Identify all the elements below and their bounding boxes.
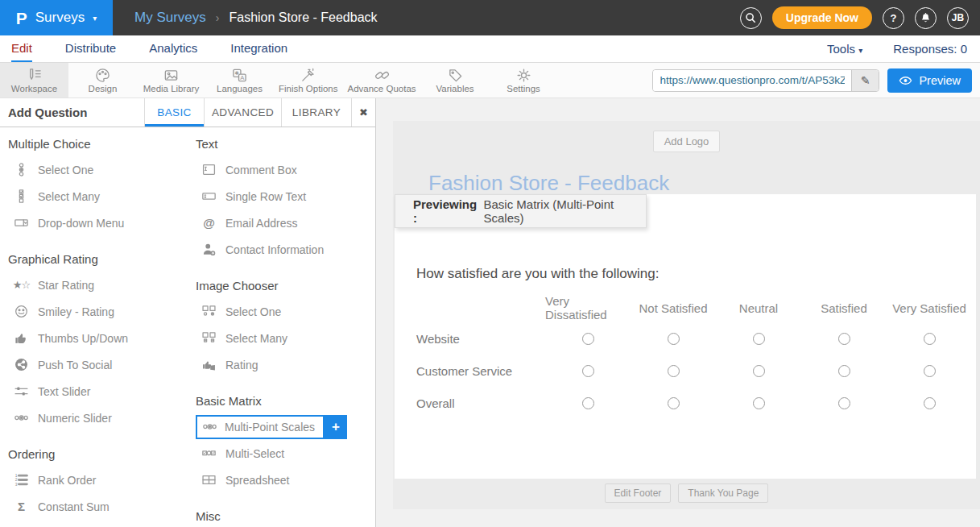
- add-question-type-button[interactable]: +: [325, 415, 347, 439]
- radio-button[interactable]: [668, 365, 680, 377]
- nav-tab-distribute[interactable]: Distribute: [65, 35, 116, 62]
- question-type-select-many[interactable]: Select Many: [196, 325, 375, 351]
- survey-title[interactable]: Fashion Store - Feedback: [428, 172, 980, 194]
- links-icon: [374, 67, 390, 83]
- radio-button[interactable]: [668, 333, 680, 345]
- toolbar-variables[interactable]: Variables: [421, 63, 490, 98]
- question-type-push-to-social[interactable]: Push To Social: [8, 351, 188, 378]
- question-type-select-many[interactable]: Select Many: [8, 183, 188, 210]
- question-type-label: Multi-Point Scales: [225, 421, 315, 434]
- radio-button[interactable]: [838, 397, 850, 409]
- at-sign-icon: @: [201, 217, 217, 229]
- radio-button[interactable]: [838, 333, 850, 345]
- matrix-cell: [801, 355, 887, 387]
- toolbar-advance-quotas[interactable]: Advance Quotas: [343, 63, 421, 98]
- question-type-text-slider[interactable]: Text Slider: [8, 378, 188, 405]
- notifications-button[interactable]: [915, 7, 937, 29]
- toolbar-media-library[interactable]: Media Library: [137, 63, 205, 98]
- sigma-icon: Σ: [14, 500, 29, 512]
- section-title: Text: [196, 137, 375, 151]
- question-type-multi-point-scales-selected[interactable]: Multi-Point Scales: [196, 415, 325, 439]
- toolbar-languages[interactable]: ✱ALanguages: [205, 63, 274, 98]
- question-type-multi-select[interactable]: Multi-Select: [196, 440, 375, 467]
- topbar-actions: Upgrade Now ? JB: [740, 6, 980, 29]
- question-type-thumbs-up-down[interactable]: Thumbs Up/Down: [8, 325, 188, 351]
- add-logo-button[interactable]: Add Logo: [653, 131, 721, 152]
- close-panel-button[interactable]: ✖: [351, 98, 375, 127]
- tab-advanced[interactable]: ADVANCED: [204, 98, 281, 127]
- single-row-text-icon: [201, 189, 217, 203]
- question-type-label: Text Slider: [38, 385, 90, 398]
- avatar[interactable]: JB: [947, 7, 969, 29]
- multi-point-icon: [202, 420, 217, 434]
- tab-library[interactable]: LIBRARY: [281, 98, 351, 127]
- question-type-smiley-rating[interactable]: Smiley - Rating: [8, 298, 188, 325]
- radio-button[interactable]: [753, 365, 765, 377]
- question-type-drop-down-menu[interactable]: Drop-down Menu: [8, 210, 188, 236]
- image-select-one-icon: [201, 305, 217, 318]
- matrix-cell: [801, 387, 887, 419]
- radio-button[interactable]: [753, 333, 765, 345]
- radio-button[interactable]: [582, 365, 594, 377]
- question-type-label: Email Address: [225, 217, 297, 230]
- edit-url-button[interactable]: ✎: [851, 70, 879, 91]
- comment-box-icon: [201, 163, 217, 176]
- question-type-spreadsheet[interactable]: Spreadsheet: [196, 467, 375, 493]
- question-type-email-address[interactable]: @Email Address: [196, 210, 375, 236]
- question-column-1: Multiple ChoiceSelect OneSelect ManyDrop…: [0, 127, 188, 527]
- nav-tab-integration[interactable]: Integration: [230, 35, 287, 62]
- question-type-rank-order[interactable]: 123Rank Order: [8, 467, 188, 493]
- nav-tab-edit[interactable]: Edit: [11, 35, 32, 62]
- matrix-corner: [416, 293, 545, 322]
- question-type-numeric-slider[interactable]: Numeric Slider: [8, 405, 188, 431]
- question-type-constant-sum[interactable]: ΣConstant Sum: [8, 493, 188, 520]
- thank-you-page-button[interactable]: Thank You Page: [678, 483, 768, 503]
- section-title: Ordering: [8, 447, 188, 462]
- question-type-contact-information[interactable]: Contact Information: [196, 236, 375, 263]
- radio-button[interactable]: [582, 333, 594, 345]
- section-title: Misc: [196, 509, 375, 524]
- star-rating-icon: ★☆: [14, 280, 29, 290]
- tab-basic[interactable]: BASIC: [144, 98, 204, 127]
- breadcrumb-my-surveys[interactable]: My Surveys: [134, 10, 206, 26]
- upgrade-now-button[interactable]: Upgrade Now: [772, 6, 872, 29]
- question-type-select-one[interactable]: Select One: [196, 298, 375, 325]
- toolbar-settings[interactable]: Settings: [490, 63, 558, 98]
- survey-url-input[interactable]: [653, 70, 851, 91]
- matrix-cell: [716, 322, 801, 355]
- search-button[interactable]: [740, 7, 762, 29]
- question-type-single-row-text[interactable]: Single Row Text: [196, 183, 375, 210]
- edit-footer-button[interactable]: Edit Footer: [605, 483, 672, 503]
- radio-button[interactable]: [838, 365, 850, 377]
- section-misc: Misc: [196, 509, 375, 524]
- toolbar-finish-options[interactable]: Finish Options: [274, 63, 343, 98]
- responses-count[interactable]: Responses: 0: [893, 42, 967, 56]
- toolbar-workspace[interactable]: Workspace: [0, 63, 68, 98]
- matrix-column-header: Not Satisfied: [631, 293, 716, 322]
- multi-select-icon: [201, 446, 217, 460]
- preview-button[interactable]: Preview: [887, 68, 972, 93]
- question-type-drag-and-drop[interactable]: Drag and Drop: [8, 520, 188, 527]
- help-button[interactable]: ?: [883, 7, 904, 29]
- question-type-star-rating[interactable]: ★☆Star Rating: [8, 272, 188, 298]
- nav-tab-analytics[interactable]: Analytics: [149, 35, 197, 62]
- radio-button[interactable]: [753, 397, 765, 409]
- radio-button[interactable]: [924, 397, 936, 409]
- matrix-row-label: Customer Service: [416, 355, 545, 387]
- share-icon: [14, 358, 29, 371]
- question-type-select-one[interactable]: Select One: [8, 156, 188, 183]
- radio-button[interactable]: [668, 397, 680, 409]
- radio-button[interactable]: [924, 333, 936, 345]
- matrix-cell: [631, 322, 716, 355]
- toolbar-design[interactable]: Design: [68, 63, 137, 98]
- matrix-cell: [545, 387, 631, 419]
- tools-menu[interactable]: Tools ▾: [827, 42, 862, 56]
- radio-button[interactable]: [924, 365, 936, 377]
- radio-button[interactable]: [582, 397, 594, 409]
- question-type-comment-box[interactable]: Comment Box: [196, 156, 375, 183]
- matrix-cell: [801, 322, 887, 355]
- question-type-rating[interactable]: Rating: [196, 351, 375, 378]
- question-type-multi-point-scales: Multi-Point Scales+: [196, 413, 375, 440]
- app-logo[interactable]: P Surveys ▾: [0, 0, 113, 35]
- toolbar-items: WorkspaceDesignMedia Library✱ALanguagesF…: [0, 63, 558, 98]
